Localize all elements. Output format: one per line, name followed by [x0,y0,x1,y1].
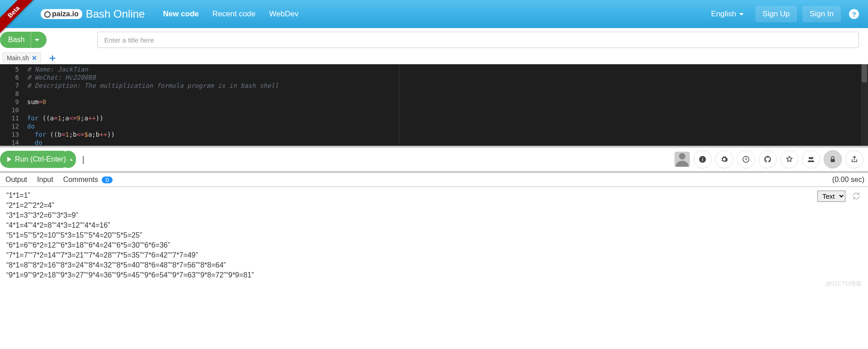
editor-split-line [399,64,400,146]
run-button-label: Run (Ctrl-Enter) [15,155,66,163]
help-icon[interactable]: ? [849,9,859,19]
svg-point-0 [679,153,685,159]
nav-right: English Sign Up Sign In ? [705,6,859,22]
info-icon[interactable] [693,150,712,168]
output-tab[interactable]: Output [4,175,29,185]
svg-rect-3 [702,158,703,158]
group-icon[interactable] [802,150,820,168]
share-icon[interactable] [845,150,863,168]
logo-orb-icon [44,11,51,18]
history-icon[interactable] [737,150,755,168]
run-cursor: | [82,155,85,164]
input-tab[interactable]: Input [35,175,55,185]
add-tab-button[interactable]: ＋ [47,51,57,65]
language-label: English [711,10,736,19]
output-controls: Text [817,190,863,202]
output-text: “1*1=1”“2*1=2”“2*2=4”“3*1=3”“3*2=6”“3*3=… [6,191,862,279]
star-icon[interactable] [780,150,798,168]
nav-new-code[interactable]: New code [163,10,198,19]
avatar[interactable] [675,152,690,167]
sign-up-button[interactable]: Sign Up [755,6,797,22]
nav-webdev[interactable]: WebDev [269,10,298,19]
run-button[interactable]: Run (Ctrl-Enter) [0,151,71,168]
title-input-wrap [97,32,859,48]
file-tab-label: Main.sh [7,54,29,62]
code-editor[interactable]: 567891011121314 # Name: JackTian# WeChat… [0,64,868,146]
language-selector[interactable]: English [705,6,750,22]
page-title: Bash Online [86,8,145,20]
play-icon [7,157,11,162]
top-navbar: Beta paiza.io Bash Online New code Recen… [0,0,868,28]
output-panel: Text “1*1=1”“2*1=2”“2*2=4”“3*1=3”“3*2=6”… [0,186,868,291]
comments-tab-label: Comments [63,176,98,183]
refresh-icon[interactable] [850,190,863,202]
svg-rect-2 [702,159,703,161]
caret-down-icon [739,13,744,15]
caret-down-icon [35,39,39,41]
brand-logo[interactable]: paiza.io [41,9,82,19]
nav-recent-code[interactable]: Recent code [212,10,255,19]
run-bar: Run (Ctrl-Enter) | [0,148,868,171]
file-tab[interactable]: Main.sh ✕ [3,53,41,63]
lock-icon[interactable] [824,150,842,168]
run-bar-wrap: Run (Ctrl-Enter) | [0,146,868,173]
output-format-select[interactable]: Text [817,191,845,202]
brand-logo-text: paiza.io [52,10,79,18]
editor-gutter: 567891011121314 [0,64,23,146]
scrollbar-thumb[interactable] [862,64,867,82]
comments-count-badge: 0 [102,177,112,183]
run-button-group: Run (Ctrl-Enter) [0,151,76,168]
title-input[interactable] [97,32,859,48]
svg-point-7 [810,158,812,160]
close-icon[interactable]: ✕ [32,54,37,62]
language-pill-dropdown[interactable] [31,32,43,48]
title-bar: Bash [0,28,868,52]
watermark: @51CTO博客 [825,280,862,288]
svg-rect-8 [831,159,835,162]
output-tab-row: Output Input Comments 0 (0.00 sec) [0,173,868,186]
comments-tab[interactable]: Comments 0 [61,175,114,185]
gear-icon[interactable] [715,150,733,168]
language-pill[interactable]: Bash [0,32,47,48]
editor-code[interactable]: # Name: JackTian# WeChat: Hc220088# Desc… [23,64,868,146]
timing-label: (0.00 sec) [832,176,864,184]
editor-scrollbar[interactable] [861,64,868,146]
github-icon[interactable] [759,150,777,168]
file-tab-row: Main.sh ✕ ＋ [0,52,868,64]
sign-in-button[interactable]: Sign In [802,6,841,22]
language-pill-label: Bash [8,36,24,44]
nav-links: New code Recent code WebDev [163,10,298,19]
